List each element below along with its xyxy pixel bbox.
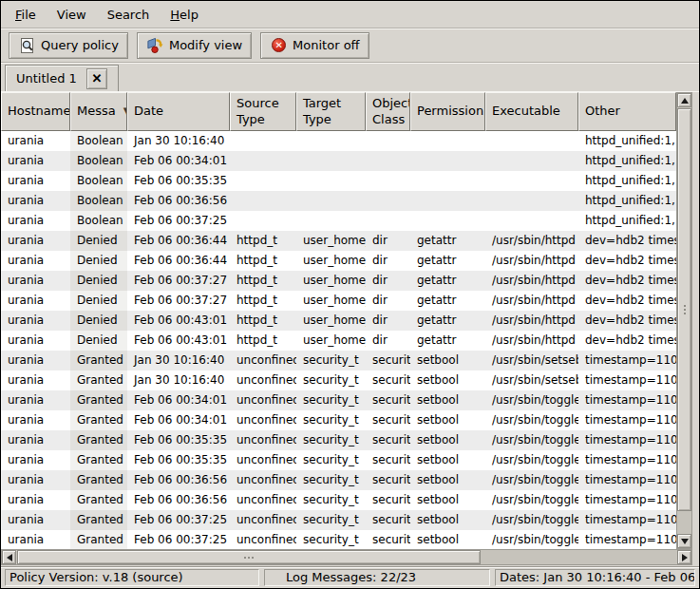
- column-header-date[interactable]: Date: [127, 92, 230, 131]
- table-cell: security_t: [296, 510, 366, 530]
- table-cell: urania: [1, 251, 70, 271]
- horizontal-scrollbar-thumb[interactable]: [17, 550, 481, 564]
- table-cell: Feb 06 00:35:35: [127, 450, 230, 470]
- table-row[interactable]: uraniaBooleanFeb 06 00:37:25httpd_unifie…: [1, 211, 676, 231]
- table-row[interactable]: uraniaDeniedFeb 06 00:36:44httpd_tuser_h…: [1, 251, 676, 271]
- column-header-permission[interactable]: Permission: [410, 92, 485, 131]
- log-messages-status: Log Messages: 22/23: [264, 569, 490, 586]
- table-row[interactable]: uraniaGrantedFeb 06 00:35:35unconfined_s…: [1, 450, 676, 470]
- table-row[interactable]: uraniaDeniedFeb 06 00:43:01httpd_tuser_h…: [1, 311, 676, 331]
- column-header-label: Target Type: [303, 96, 341, 127]
- table-cell: [366, 151, 410, 171]
- arrow-down-icon: [681, 539, 689, 544]
- policy-version-status: Policy Version: v.18 (source): [5, 569, 259, 586]
- table-cell: dev=hdb2 timesta: [578, 271, 676, 291]
- table-cell: dir: [366, 251, 410, 271]
- table-row[interactable]: uraniaDeniedFeb 06 00:43:01httpd_tuser_h…: [1, 331, 676, 351]
- column-header-hostname[interactable]: Hostname: [1, 92, 70, 131]
- table-cell: setbool: [410, 530, 485, 549]
- table-row[interactable]: uraniaGrantedJan 30 10:16:40unconfined_s…: [1, 370, 676, 390]
- table-cell: [366, 131, 410, 151]
- table-cell: security_t: [296, 450, 366, 470]
- table-cell: timestamp=11076: [578, 390, 676, 410]
- table-cell: dev=hdb2 timesta: [578, 231, 676, 251]
- table-row[interactable]: uraniaDeniedFeb 06 00:36:44httpd_tuser_h…: [1, 231, 676, 251]
- table-cell: [410, 211, 485, 231]
- table-row[interactable]: uraniaGrantedFeb 06 00:34:01unconfined_s…: [1, 390, 676, 410]
- table-cell: httpd_unified:1, h: [578, 171, 676, 191]
- table-cell: Feb 06 00:36:56: [127, 490, 230, 510]
- vertical-scrollbar[interactable]: [676, 92, 692, 549]
- column-header-messa[interactable]: Messa▼: [70, 92, 127, 131]
- table-row[interactable]: uraniaBooleanJan 30 10:16:40httpd_unifie…: [1, 131, 676, 151]
- table-cell: dev=hdb2 timesta: [578, 291, 676, 311]
- table-cell: [296, 151, 366, 171]
- scroll-left-button[interactable]: [2, 550, 16, 564]
- table-cell: security_t: [296, 470, 366, 490]
- table-row[interactable]: uraniaBooleanFeb 06 00:36:56httpd_unifie…: [1, 191, 676, 211]
- table-cell: [296, 171, 366, 191]
- table-row[interactable]: uraniaGrantedFeb 06 00:37:25unconfined_s…: [1, 530, 676, 549]
- monitor-off-button[interactable]: ✕ Monitor off: [260, 32, 369, 59]
- table-cell: security: [366, 351, 410, 370]
- table-cell: security: [366, 450, 410, 470]
- table-cell: urania: [1, 331, 70, 351]
- table-cell: dev=hdb2 timesta: [578, 331, 676, 351]
- table-cell: /usr/sbin/toggle: [485, 470, 578, 490]
- vertical-scrollbar-thumb[interactable]: [677, 108, 691, 511]
- table-row[interactable]: uraniaGrantedFeb 06 00:36:56unconfined_s…: [1, 470, 676, 490]
- tab-close-button[interactable]: ✕: [86, 68, 107, 89]
- column-header-other[interactable]: Other: [578, 92, 676, 131]
- scroll-up-button[interactable]: [677, 93, 691, 107]
- table-row[interactable]: uraniaGrantedFeb 06 00:34:01unconfined_s…: [1, 410, 676, 430]
- table-row[interactable]: uraniaGrantedFeb 06 00:36:56unconfined_s…: [1, 490, 676, 510]
- table-cell: Boolean: [70, 151, 127, 171]
- table-cell: httpd_t: [230, 331, 296, 351]
- scroll-down-button[interactable]: [677, 534, 691, 548]
- table-row[interactable]: uraniaGrantedJan 30 10:16:40unconfined_s…: [1, 351, 676, 370]
- column-header-executable[interactable]: Executable: [485, 92, 578, 131]
- table-cell: /usr/sbin/httpd: [485, 271, 578, 291]
- table-cell: [366, 171, 410, 191]
- tab-untitled-1[interactable]: Untitled 1 ✕: [5, 65, 119, 91]
- table-row[interactable]: uraniaBooleanFeb 06 00:35:35httpd_unifie…: [1, 171, 676, 191]
- column-header-target-type[interactable]: Target Type: [296, 92, 366, 131]
- table-cell: timestamp=11076: [578, 510, 676, 530]
- table-cell: security_t: [296, 430, 366, 450]
- table-cell: getattr: [410, 251, 485, 271]
- table-row[interactable]: uraniaGrantedFeb 06 00:37:25unconfined_s…: [1, 510, 676, 530]
- modify-view-icon: [146, 37, 164, 54]
- table-cell: timestamp=11071: [578, 370, 676, 390]
- table-cell: [296, 211, 366, 231]
- table-cell: [366, 191, 410, 211]
- table-cell: Jan 30 10:16:40: [127, 351, 230, 370]
- table-row[interactable]: uraniaGrantedFeb 06 00:35:35unconfined_s…: [1, 430, 676, 450]
- menu-item-view[interactable]: View: [48, 5, 95, 25]
- table-row[interactable]: uraniaDeniedFeb 06 00:37:27httpd_tuser_h…: [1, 291, 676, 311]
- table-cell: timestamp=11076: [578, 410, 676, 430]
- table-cell: httpd_t: [230, 271, 296, 291]
- table-cell: [296, 191, 366, 211]
- column-header-object-class[interactable]: Object Class: [366, 92, 410, 131]
- table-row[interactable]: uraniaBooleanFeb 06 00:34:01httpd_unifie…: [1, 151, 676, 171]
- table-cell: setbool: [410, 450, 485, 470]
- table-cell: Denied: [70, 251, 127, 271]
- table-cell: Granted: [70, 351, 127, 370]
- scroll-right-button[interactable]: [677, 550, 691, 564]
- table-cell: Denied: [70, 331, 127, 351]
- column-header-label: Date: [134, 104, 163, 119]
- table-cell: [230, 191, 296, 211]
- table-cell: Boolean: [70, 211, 127, 231]
- table-row[interactable]: uraniaDeniedFeb 06 00:37:27httpd_tuser_h…: [1, 271, 676, 291]
- table-cell: Feb 06 00:36:56: [127, 191, 230, 211]
- horizontal-scrollbar[interactable]: [1, 549, 692, 565]
- menu-item-file[interactable]: File: [7, 5, 45, 25]
- menu-item-search[interactable]: Search: [99, 5, 159, 25]
- table-cell: timestamp=11076: [578, 430, 676, 450]
- menu-item-help[interactable]: Help: [161, 5, 207, 25]
- table-cell: urania: [1, 151, 70, 171]
- modify-view-button[interactable]: Modify view: [137, 32, 252, 59]
- column-header-source-type[interactable]: Source Type: [230, 92, 296, 131]
- query-policy-button[interactable]: Query policy: [9, 32, 128, 59]
- column-header-label: Hostname: [8, 104, 70, 119]
